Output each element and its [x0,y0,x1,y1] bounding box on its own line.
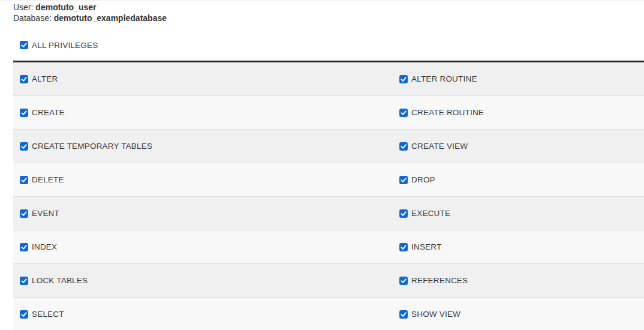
privilege-cell: DROP [393,175,644,184]
privilege-cell: INDEX [13,242,393,251]
privilege-row: CREATE CREATE ROUTINE [13,96,644,130]
privilege-row: INDEX INSERT [13,230,644,264]
check-icon [400,210,407,217]
delete-label: DELETE [32,175,64,184]
index-checkbox[interactable] [20,243,28,251]
privilege-cell: SHOW VIEW [393,310,644,319]
privilege-cell: EVENT [13,209,393,218]
references-label: REFERENCES [411,276,468,285]
user-line: User: demotuto_user [13,2,644,13]
check-icon [20,210,28,217]
context-info: User: demotuto_user Database: demotuto_e… [13,2,644,23]
privileges-panel: User: demotuto_user Database: demotuto_e… [0,2,644,330]
drop-label: DROP [411,175,435,184]
privilege-cell: INSERT [393,242,644,251]
check-icon [400,244,407,251]
insert-label: INSERT [411,242,441,251]
event-label: EVENT [32,209,59,218]
check-icon [20,244,28,251]
check-icon [20,176,28,184]
privilege-cell: CREATE VIEW [393,142,644,151]
check-icon [400,311,407,318]
privilege-cell: ALTER [13,74,393,83]
show-view-label: SHOW VIEW [411,310,461,319]
check-icon [400,277,407,284]
user-label: User: [13,2,33,12]
alter-label: ALTER [32,74,58,83]
privilege-cell: CREATE [13,108,393,117]
privilege-row: DELETE DROP [13,163,644,197]
database-line: Database: demotuto_exampledatabase [13,13,644,23]
privilege-row: LOCK TABLES REFERENCES [13,264,644,298]
privilege-cell: DELETE [13,175,393,184]
check-icon [400,143,407,150]
database-label: Database: [13,13,52,23]
privilege-cell: REFERENCES [393,276,644,285]
privileges-table: ALTER ALTER ROUTINE CREATE CREATE ROUTIN… [13,62,644,330]
references-checkbox[interactable] [399,277,408,285]
execute-checkbox[interactable] [399,209,408,218]
lock-tables-label: LOCK TABLES [32,276,88,285]
check-icon [20,76,28,83]
create-temporary-tables-checkbox[interactable] [20,142,28,151]
user-value: demotuto_user [35,2,96,12]
create-view-label: CREATE VIEW [411,142,468,151]
create-temporary-tables-label: CREATE TEMPORARY TABLES [32,142,152,151]
alter-routine-checkbox[interactable] [399,75,408,83]
all-privileges-label: ALL PRIVILEGES [32,41,98,50]
create-view-checkbox[interactable] [399,142,408,151]
database-value: demotuto_exampledatabase [54,13,167,23]
insert-checkbox[interactable] [399,243,408,251]
check-icon [20,143,28,150]
create-routine-label: CREATE ROUTINE [411,108,484,117]
privilege-cell: ALTER ROUTINE [393,74,644,83]
check-icon [20,109,28,116]
drop-checkbox[interactable] [399,176,408,184]
index-label: INDEX [32,242,57,251]
all-privileges-row: ALL PRIVILEGES [20,41,644,49]
alter-checkbox[interactable] [20,75,28,83]
create-checkbox[interactable] [20,109,28,117]
privilege-cell: CREATE ROUTINE [393,108,644,117]
select-checkbox[interactable] [20,310,28,319]
privilege-cell: EXECUTE [393,209,644,218]
check-icon [20,41,28,49]
create-routine-checkbox[interactable] [399,109,408,117]
privilege-row: EVENT EXECUTE [13,197,644,230]
select-label: SELECT [32,310,64,319]
check-icon [400,76,407,83]
lock-tables-checkbox[interactable] [20,277,28,285]
privilege-cell: LOCK TABLES [13,276,393,285]
show-view-checkbox[interactable] [399,310,408,319]
check-icon [20,277,28,284]
privilege-cell: CREATE TEMPORARY TABLES [13,142,393,151]
check-icon [400,176,407,184]
check-icon [20,311,28,318]
privilege-row: SELECT SHOW VIEW [13,298,644,330]
privilege-row: ALTER ALTER ROUTINE [13,62,644,96]
all-privileges-checkbox[interactable] [20,41,28,49]
create-label: CREATE [32,108,65,117]
privilege-cell: SELECT [13,310,393,319]
alter-routine-label: ALTER ROUTINE [411,74,477,83]
execute-label: EXECUTE [411,209,450,218]
delete-checkbox[interactable] [20,176,28,184]
privilege-row: CREATE TEMPORARY TABLES CREATE VIEW [13,130,644,163]
event-checkbox[interactable] [20,209,28,218]
check-icon [400,109,407,116]
